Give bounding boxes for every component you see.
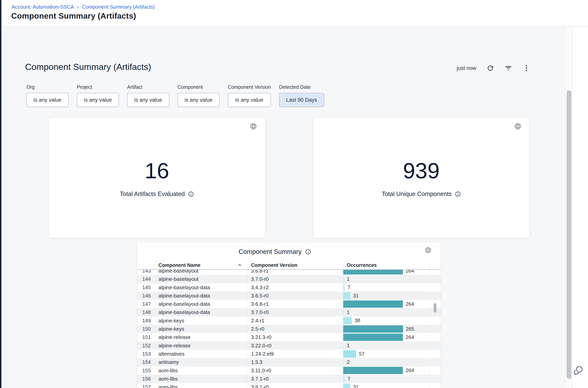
component-name-cell: alpine-release — [154, 333, 247, 341]
occurrence-value: 264 — [406, 367, 414, 373]
occurrence-value: 264 — [406, 269, 414, 274]
component-name-cell: alpine-baselayout-data — [154, 291, 247, 300]
component-name-cell: antisamy — [154, 358, 247, 366]
row-index: 153 — [137, 350, 154, 358]
table-row[interactable]: 148alpine-baselayout-data3.7.0-r01 — [137, 308, 441, 316]
occurrence-bar — [343, 269, 403, 274]
breadcrumb-current-link[interactable]: Component Summary (Artifacts) — [82, 4, 155, 10]
table-row[interactable]: 144alpine-baselayout3.7.0-r01 — [137, 275, 441, 283]
occurrence-value: 1 — [347, 342, 349, 349]
row-index: 146 — [137, 291, 154, 300]
filter-button-project[interactable]: is any value — [77, 93, 119, 107]
occurrences-cell: 31 — [343, 291, 430, 300]
filter-icon[interactable] — [504, 64, 512, 72]
table-row[interactable]: 151alpine-release3.21.3-r0264 — [137, 333, 441, 341]
table-row[interactable]: 149alpine-keys2.4-r138 — [137, 316, 441, 325]
component-version-cell: 2.5-r0 — [247, 325, 343, 333]
info-icon[interactable] — [455, 191, 461, 197]
filter-button-artifact[interactable]: is any value — [127, 93, 169, 107]
occurrence-bar — [343, 284, 345, 291]
table-rows: 143alpine-baselayout3.6.8-r1264144alpine… — [137, 269, 441, 388]
component-version-cell: 3.7.0-r0 — [247, 308, 343, 316]
component-version-cell: 3.6.8-r1 — [247, 300, 343, 308]
occurrence-value: 31 — [353, 293, 359, 299]
occurrences-cell: 1 — [343, 275, 430, 283]
more-vert-icon[interactable] — [523, 64, 530, 72]
row-number-header — [137, 261, 154, 269]
occurrence-bar — [343, 375, 345, 383]
row-index: 157 — [137, 383, 154, 388]
component-version-cell: 1.24-2.el9 — [247, 350, 343, 358]
column-header-component-name[interactable]: Component Name — [154, 261, 247, 269]
row-index: 154 — [137, 358, 154, 366]
column-header-occurrences[interactable]: Occurrences — [343, 261, 430, 269]
unique-components-label: Total Unique Components — [382, 191, 452, 197]
occurrence-bar — [343, 359, 344, 366]
table-row[interactable]: 152alpine-release3.22.0-r01 — [137, 341, 441, 350]
component-name-cell: alpine-baselayout-data — [154, 300, 247, 308]
component-version-cell: 3.6.8-r1 — [247, 269, 343, 275]
occurrences-cell: 57 — [343, 350, 430, 358]
filter-label: Project — [77, 84, 119, 90]
occurrences-cell: 38 — [343, 316, 430, 325]
occurrence-value: 264 — [406, 301, 414, 307]
table-row[interactable]: 146alpine-baselayout-data3.6.5-r031 — [137, 291, 441, 300]
total-artifacts-value: 16 — [145, 158, 169, 183]
occurrence-value: 7 — [348, 376, 350, 382]
table-row[interactable]: 145alpine-baselayout-data3.4.3-r27 — [137, 283, 441, 291]
occurrence-bar — [343, 317, 352, 324]
breadcrumb-account-link[interactable]: Account: Automation-SSCA — [12, 4, 74, 10]
occurrence-bar — [343, 342, 344, 349]
table-row[interactable]: 155aom-libs3.11.0-r0264 — [137, 366, 441, 375]
component-name-cell: alpine-keys — [154, 325, 247, 333]
column-header-component-version[interactable]: Component Version — [247, 261, 343, 269]
occurrences-cell: 7 — [343, 283, 430, 291]
table-row[interactable]: 153alternatives1.24-2.el957 — [137, 350, 441, 358]
chat-bubbles-icon[interactable] — [573, 364, 585, 376]
occurrence-value: 1 — [347, 309, 349, 315]
component-version-cell: 3.11.0-r0 — [247, 366, 343, 375]
component-summary-card: Component Summary Component Name Compone… — [137, 242, 441, 388]
globe-icon[interactable] — [514, 122, 522, 130]
occurrences-cell: 7 — [343, 375, 430, 383]
filter-button-detected-date[interactable]: Last 90 Days — [279, 93, 324, 107]
table-header-row: Component Name Component Version Occurre… — [137, 261, 441, 269]
filter-label: Component — [177, 84, 220, 90]
filter-button-component-version[interactable]: is any value — [228, 93, 271, 107]
page-scrollbar-track[interactable] — [566, 27, 572, 388]
table-title: Component Summary — [239, 248, 302, 255]
occurrences-cell: 264 — [343, 269, 430, 275]
component-name-cell: aom-libs — [154, 383, 247, 388]
stat-card-total-artifacts: 16 Total Artifacts Evaluated — [49, 118, 265, 238]
breadcrumb: Account: Automation-SSCA › Component Sum… — [12, 4, 155, 10]
table-row[interactable]: 154antisamy1.5.32 — [137, 358, 441, 366]
occurrence-bar — [343, 350, 356, 358]
table-row[interactable]: 157aom-libs3.9.1-r031 — [137, 383, 441, 388]
globe-icon[interactable] — [250, 122, 257, 130]
refresh-icon[interactable] — [486, 64, 494, 72]
chevron-up-icon[interactable] — [238, 263, 242, 267]
table-scroll-area[interactable]: 143alpine-baselayout3.6.8-r1264144alpine… — [137, 269, 441, 388]
row-index: 148 — [137, 308, 154, 316]
table-row[interactable]: 143alpine-baselayout3.6.8-r1264 — [137, 269, 441, 275]
occurrence-bar — [343, 325, 403, 333]
component-name-cell: alpine-baselayout — [154, 269, 247, 275]
filter-button-component[interactable]: is any value — [177, 93, 220, 107]
component-version-cell: 3.4.3-r2 — [247, 283, 343, 291]
filter-button-org[interactable]: is any value — [26, 93, 69, 107]
table-row[interactable]: 156aom-libs3.7.1-r07 — [137, 375, 441, 383]
table-scrollbar-thumb[interactable] — [434, 303, 436, 313]
filter-label: Artifact — [127, 84, 169, 90]
component-name-cell: alpine-baselayout-data — [154, 283, 247, 291]
info-icon[interactable] — [305, 249, 311, 255]
filter-bar: Orgis any valueProjectis any valueArtifa… — [26, 84, 324, 107]
unique-components-value: 939 — [403, 158, 440, 183]
table-row[interactable]: 150alpine-keys2.5-r0265 — [137, 325, 441, 333]
page-scrollbar-thumb[interactable] — [567, 90, 571, 379]
info-icon[interactable] — [188, 191, 194, 197]
occurrence-value: 2 — [347, 359, 349, 365]
component-version-cell: 3.21.3-r0 — [247, 333, 343, 341]
component-name-cell: alpine-baselayout — [154, 275, 247, 283]
filter-label: Component Version — [228, 84, 271, 90]
table-row[interactable]: 147alpine-baselayout-data3.6.8-r1264 — [137, 300, 441, 308]
